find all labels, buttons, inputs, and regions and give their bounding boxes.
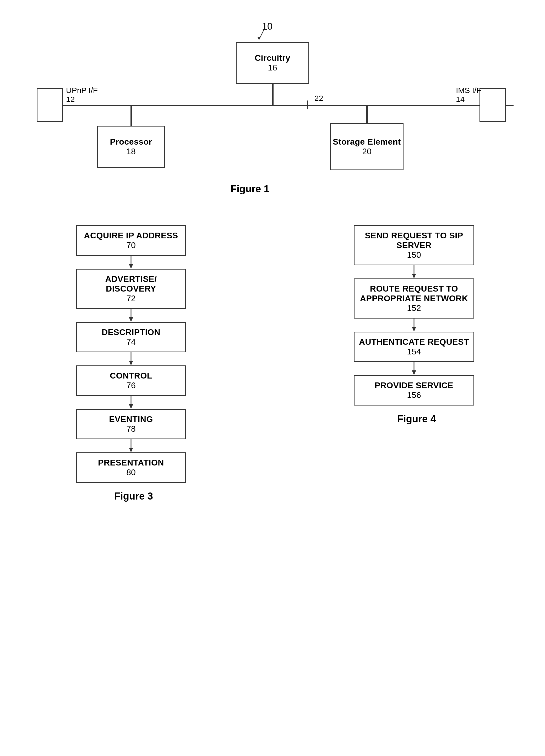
arrow-10 [254, 29, 269, 43]
svg-marker-7 [129, 361, 133, 365]
flow-box-154: AUTHENTICATE REQUEST 154 [354, 332, 474, 362]
vline-circuitry [272, 84, 274, 106]
svg-marker-11 [129, 448, 133, 452]
label-22: 22 [314, 94, 323, 103]
vline-storage [366, 106, 368, 124]
flow-box-70: ACQUIRE IP ADDRESS 70 [76, 225, 186, 256]
flow-box-78: EVENTING 78 [76, 409, 186, 439]
flow-box-152: ROUTE REQUEST TO APPROPRIATE NETWORK 152 [354, 278, 474, 319]
figure4-title: Figure 4 [288, 413, 524, 425]
arrow-72-74 [127, 309, 135, 322]
arrow-70-72 [127, 256, 135, 269]
box-upnp [37, 88, 63, 122]
arrow-154-156 [410, 362, 418, 375]
svg-marker-17 [412, 370, 416, 375]
arrow-76-78 [127, 396, 135, 409]
svg-marker-13 [412, 274, 416, 278]
label-ims: IMS I/F 14 [456, 86, 481, 104]
vline-processor [130, 106, 132, 127]
svg-marker-5 [129, 317, 133, 322]
label-upnp: UPnP I/F 12 [66, 86, 98, 104]
figure3-title: Figure 3 [21, 491, 231, 502]
arrow-150-152 [410, 265, 418, 278]
flow-box-74: DESCRIPTION 74 [76, 322, 186, 352]
box-processor: Processor 18 [97, 126, 165, 168]
bus-line [37, 105, 514, 106]
figure3: ACQUIRE IP ADDRESS 70 ADVERTISE/ DISCOVE… [21, 225, 231, 502]
arrow-152-154 [410, 319, 418, 332]
arrow-74-76 [127, 352, 135, 365]
arrow-78-80 [127, 439, 135, 452]
box-ims [479, 88, 506, 122]
flow-box-76: CONTROL 76 [76, 365, 186, 396]
svg-marker-9 [129, 404, 133, 409]
flow-box-156: PROVIDE SERVICE 156 [354, 375, 474, 406]
svg-marker-15 [412, 327, 416, 332]
figure4: SEND REQUEST TO SIP SERVER 150 ROUTE REQ… [288, 225, 524, 425]
flow-box-72: ADVERTISE/ DISCOVERY 72 [76, 269, 186, 309]
svg-marker-3 [129, 264, 133, 269]
flow-box-80: PRESENTATION 80 [76, 452, 186, 483]
figure1: 10 Circuitry 16 / 22 UPnP I/F 12 IMS I/F… [21, 16, 519, 194]
box-circuitry: Circuitry 16 [236, 42, 309, 84]
box-storage: Storage Element 20 [330, 123, 404, 170]
flow-box-150: SEND REQUEST TO SIP SERVER 150 [354, 225, 474, 265]
figure1-title: Figure 1 [231, 183, 269, 195]
